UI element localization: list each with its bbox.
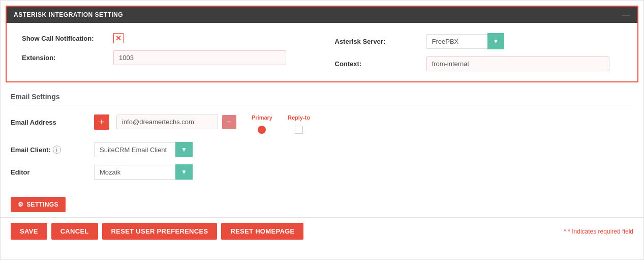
email-input[interactable] <box>116 114 218 129</box>
editor-dropdown: Mozaik ▼ <box>94 164 193 180</box>
email-client-value: SuiteCRM Email Client <box>94 142 175 157</box>
email-client-label: Email Client: i <box>11 146 87 154</box>
settings-section: ⚙ SETTINGS <box>1 197 643 217</box>
context-input[interactable] <box>426 56 609 71</box>
email-address-row: Email Address + − Primary Reply-to <box>11 114 633 134</box>
asterisk-panel: ASTERISK INTEGRATION SETTING — Show Call… <box>6 6 638 82</box>
cancel-button[interactable]: CANCEL <box>51 223 98 240</box>
asterisk-server-value: FreePBX <box>426 34 487 49</box>
minimize-button[interactable]: — <box>622 11 630 19</box>
save-button[interactable]: SAVE <box>11 223 47 240</box>
email-entry-with-cols: − Primary Reply-to <box>116 114 310 134</box>
settings-button[interactable]: ⚙ SETTINGS <box>11 197 66 212</box>
asterisk-server-dropdown: FreePBX ▼ <box>426 33 505 49</box>
email-entry-row: − <box>116 114 236 129</box>
asterisk-panel-title: ASTERISK INTEGRATION SETTING <box>14 11 123 18</box>
asterisk-body: Show Call Notification: ✕ Extension: Ast… <box>7 23 637 81</box>
email-client-dropdown-btn[interactable]: ▼ <box>175 142 193 157</box>
reset-homepage-button[interactable]: RESET HOMEPAGE <box>221 223 303 240</box>
replyto-column: Reply-to <box>288 114 310 134</box>
extension-row: Extension: <box>22 50 315 65</box>
primary-radio[interactable] <box>258 126 266 134</box>
action-bar: SAVE CANCEL RESET USER PREFERENCES RESET… <box>1 217 643 245</box>
email-section: Email Settings Email Address + − Primary… <box>1 88 643 197</box>
show-call-notification-checkbox[interactable]: ✕ <box>113 33 124 43</box>
replyto-checkbox[interactable] <box>295 126 303 134</box>
email-client-info-icon[interactable]: i <box>53 146 61 154</box>
asterisk-header: ASTERISK INTEGRATION SETTING — <box>7 7 637 23</box>
context-row: Context: <box>335 56 628 71</box>
asterisk-right-col: Asterisk Server: FreePBX ▼ Context: <box>315 33 628 71</box>
email-settings-title: Email Settings <box>11 88 633 105</box>
primary-col-header: Primary <box>252 114 272 121</box>
asterisk-left-col: Show Call Notification: ✕ Extension: <box>22 33 315 71</box>
add-email-button[interactable]: + <box>94 114 109 130</box>
primary-column: Primary <box>252 114 272 134</box>
asterisk-server-row: Asterisk Server: FreePBX ▼ <box>335 33 628 49</box>
show-call-notification-row: Show Call Notification: ✕ <box>22 33 315 43</box>
page-wrapper: ASTERISK INTEGRATION SETTING — Show Call… <box>0 0 644 260</box>
editor-value: Mozaik <box>94 165 175 180</box>
show-call-notification-label: Show Call Notification: <box>22 35 108 42</box>
settings-icon: ⚙ <box>18 201 23 208</box>
required-note: * * Indicates required field <box>564 228 633 235</box>
replyto-col-header: Reply-to <box>288 114 310 121</box>
asterisk-server-label: Asterisk Server: <box>335 38 421 45</box>
settings-btn-label: SETTINGS <box>26 201 58 208</box>
asterisk-server-dropdown-btn[interactable]: ▼ <box>487 33 505 49</box>
email-entries-container: − Primary Reply-to <box>116 114 310 134</box>
reset-user-preferences-button[interactable]: RESET USER PREFERENCES <box>102 223 218 240</box>
remove-email-button[interactable]: − <box>222 115 236 129</box>
context-label: Context: <box>335 60 421 68</box>
extension-input[interactable] <box>113 50 286 65</box>
email-client-row: Email Client: i SuiteCRM Email Client ▼ <box>11 142 633 157</box>
extension-label: Extension: <box>22 54 108 62</box>
email-address-label: Email Address <box>11 114 87 126</box>
email-client-dropdown: SuiteCRM Email Client ▼ <box>94 142 193 157</box>
editor-dropdown-btn[interactable]: ▼ <box>175 164 193 180</box>
editor-row: Editor Mozaik ▼ <box>11 164 633 180</box>
editor-label: Editor <box>11 168 87 176</box>
